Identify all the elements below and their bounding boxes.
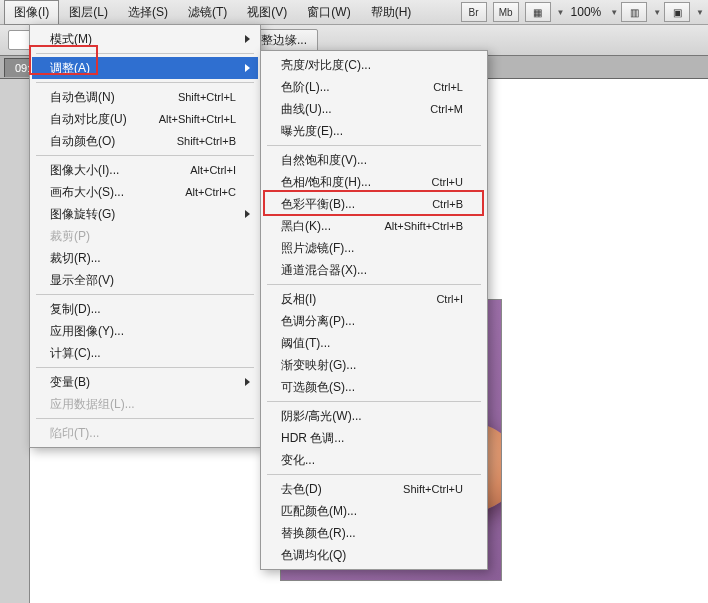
menu-item-posterize[interactable]: 色调分离(P)... [263, 310, 485, 332]
menu-item-exposure[interactable]: 曝光度(E)... [263, 120, 485, 142]
menu-item-replace-color[interactable]: 替换颜色(R)... [263, 522, 485, 544]
menu-separator [36, 53, 254, 54]
menu-item-auto-contrast[interactable]: 自动对比度(U)Alt+Shift+Ctrl+L [32, 108, 258, 130]
menu-item-canvas-size[interactable]: 画布大小(S)...Alt+Ctrl+C [32, 181, 258, 203]
menu-layer[interactable]: 图层(L) [59, 0, 118, 25]
bridge-icon[interactable]: Br [461, 2, 487, 22]
menu-item-vibrance[interactable]: 自然饱和度(V)... [263, 149, 485, 171]
menu-item-brightness-contrast[interactable]: 亮度/对比度(C)... [263, 54, 485, 76]
menu-item-photo-filter[interactable]: 照片滤镜(F)... [263, 237, 485, 259]
menu-separator [36, 155, 254, 156]
menu-window[interactable]: 窗口(W) [297, 0, 360, 25]
menu-item-selective-color[interactable]: 可选颜色(S)... [263, 376, 485, 398]
menu-item-variables[interactable]: 变量(B) [32, 371, 258, 393]
menu-item-desaturate[interactable]: 去色(D)Shift+Ctrl+U [263, 478, 485, 500]
menu-view[interactable]: 视图(V) [237, 0, 297, 25]
screen-mode-icon[interactable]: ▣ [664, 2, 690, 22]
menu-item-variations[interactable]: 变化... [263, 449, 485, 471]
menu-separator [267, 284, 481, 285]
menu-image[interactable]: 图像(I) [4, 0, 59, 25]
menu-separator [36, 367, 254, 368]
menu-separator [36, 294, 254, 295]
submenu-arrow-icon [245, 35, 250, 43]
menu-item-color-balance[interactable]: 色彩平衡(B)...Ctrl+B [263, 193, 485, 215]
view-extras-icon[interactable]: ▦ [525, 2, 551, 22]
menu-item-hue-saturation[interactable]: 色相/饱和度(H)...Ctrl+U [263, 171, 485, 193]
menu-item-black-white[interactable]: 黑白(K)...Alt+Shift+Ctrl+B [263, 215, 485, 237]
mb-icon[interactable]: Mb [493, 2, 519, 22]
menu-item-reveal-all[interactable]: 显示全部(V) [32, 269, 258, 291]
menu-item-image-rotation[interactable]: 图像旋转(G) [32, 203, 258, 225]
menu-item-shadows-highlights[interactable]: 阴影/高光(W)... [263, 405, 485, 427]
menu-item-crop: 裁剪(P) [32, 225, 258, 247]
menu-item-calculations[interactable]: 计算(C)... [32, 342, 258, 364]
menu-filter[interactable]: 滤镜(T) [178, 0, 237, 25]
menu-separator [36, 82, 254, 83]
menu-item-trap: 陷印(T)... [32, 422, 258, 444]
menu-select[interactable]: 选择(S) [118, 0, 178, 25]
menu-item-adjustments[interactable]: 调整(A) [32, 57, 258, 79]
submenu-arrow-icon [245, 378, 250, 386]
menu-help[interactable]: 帮助(H) [361, 0, 422, 25]
submenu-arrow-icon [245, 64, 250, 72]
menu-separator [267, 474, 481, 475]
menu-item-threshold[interactable]: 阈值(T)... [263, 332, 485, 354]
menu-item-duplicate[interactable]: 复制(D)... [32, 298, 258, 320]
menu-item-apply-data-set: 应用数据组(L)... [32, 393, 258, 415]
dropdown-icon: ▼ [557, 8, 565, 17]
dropdown-icon: ▼ [696, 8, 704, 17]
menu-item-hdr-toning[interactable]: HDR 色调... [263, 427, 485, 449]
menu-item-trim[interactable]: 裁切(R)... [32, 247, 258, 269]
menu-item-match-color[interactable]: 匹配颜色(M)... [263, 500, 485, 522]
menu-item-auto-color[interactable]: 自动颜色(O)Shift+Ctrl+B [32, 130, 258, 152]
dropdown-icon: ▼ [610, 8, 618, 17]
menu-item-apply-image[interactable]: 应用图像(Y)... [32, 320, 258, 342]
menu-item-levels[interactable]: 色阶(L)...Ctrl+L [263, 76, 485, 98]
menu-separator [267, 401, 481, 402]
menu-item-mode[interactable]: 模式(M) [32, 28, 258, 50]
menu-separator [267, 145, 481, 146]
ruler [0, 79, 30, 603]
menubar: 图像(I) 图层(L) 选择(S) 滤镜(T) 视图(V) 窗口(W) 帮助(H… [0, 0, 708, 25]
menu-separator [36, 418, 254, 419]
arrange-docs-icon[interactable]: ▥ [621, 2, 647, 22]
zoom-level[interactable]: 100% [571, 5, 602, 19]
menu-item-invert[interactable]: 反相(I)Ctrl+I [263, 288, 485, 310]
submenu-arrow-icon [245, 210, 250, 218]
menu-item-equalize[interactable]: 色调均化(Q) [263, 544, 485, 566]
menu-item-gradient-map[interactable]: 渐变映射(G)... [263, 354, 485, 376]
menu-item-curves[interactable]: 曲线(U)...Ctrl+M [263, 98, 485, 120]
menu-item-image-size[interactable]: 图像大小(I)...Alt+Ctrl+I [32, 159, 258, 181]
dropdown-icon: ▼ [653, 8, 661, 17]
menu-item-auto-tone[interactable]: 自动色调(N)Shift+Ctrl+L [32, 86, 258, 108]
adjustments-submenu: 亮度/对比度(C)... 色阶(L)...Ctrl+L 曲线(U)...Ctrl… [260, 50, 488, 570]
menu-item-channel-mixer[interactable]: 通道混合器(X)... [263, 259, 485, 281]
image-menu-dropdown: 模式(M) 调整(A) 自动色调(N)Shift+Ctrl+L 自动对比度(U)… [29, 24, 261, 448]
